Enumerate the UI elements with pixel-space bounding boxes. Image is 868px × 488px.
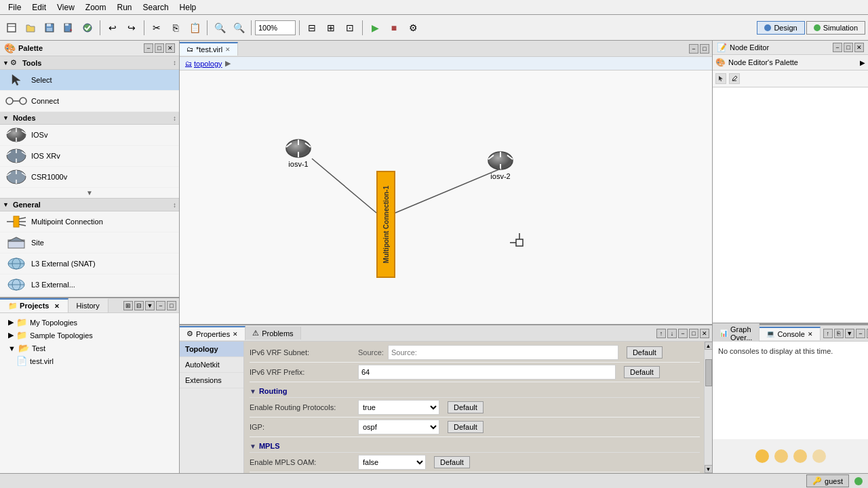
ipv6-vrf-subnet-default-btn[interactable]: Default xyxy=(627,346,663,359)
prop-scroll-up-btn[interactable]: ▲ xyxy=(705,342,713,350)
breadcrumb-topology[interactable]: 🗂 topology xyxy=(185,60,222,68)
enable-mpls-oam-select[interactable]: false true xyxy=(358,455,426,470)
palette-item-csr1000v[interactable]: CSR1000v xyxy=(0,167,179,188)
menu-view[interactable]: View xyxy=(52,1,80,14)
console-tab-close[interactable]: ✕ xyxy=(808,331,813,338)
open-btn[interactable] xyxy=(22,19,39,37)
nodes-scroll[interactable]: ▼ xyxy=(0,188,179,199)
projects-maximize-btn[interactable]: □ xyxy=(167,301,176,310)
prop-scroll-down-btn[interactable]: ▼ xyxy=(705,465,713,473)
ne-edit-icon[interactable] xyxy=(729,73,740,84)
console-up-btn[interactable]: ↑ xyxy=(823,329,833,338)
tools-section-header[interactable]: ▼ ⚙ Tools ↕ xyxy=(0,56,179,70)
saveas-btn[interactable]: + xyxy=(60,19,77,37)
align-btn[interactable]: ⊟ xyxy=(303,19,321,37)
palette-item-iosxrv[interactable]: IOS XRv xyxy=(0,146,179,167)
cut-btn[interactable]: ✂ xyxy=(148,19,165,37)
console-menu-btn[interactable]: ▼ xyxy=(845,329,854,338)
projects-tab-close[interactable]: ✕ xyxy=(54,303,60,310)
menu-search[interactable]: Search xyxy=(138,1,174,14)
node-editor-close-btn[interactable]: ✕ xyxy=(854,43,864,52)
history-tab[interactable]: History xyxy=(68,298,108,312)
ne-cursor-icon[interactable] xyxy=(715,73,726,84)
node-editor-minimize-btn[interactable]: − xyxy=(833,43,842,52)
zoomout-btn[interactable]: 🔍 xyxy=(230,19,248,37)
properties-maximize-btn[interactable]: □ xyxy=(689,329,698,338)
canvas-area[interactable]: iosv-1 Multipoint Connection-1 xyxy=(180,70,712,324)
palette-item-multipoint[interactable]: Multipoint Connection xyxy=(0,211,179,232)
editor-minimize-btn[interactable]: − xyxy=(689,44,698,54)
properties-close-btn[interactable]: ✕ xyxy=(700,329,709,338)
palette-item-site[interactable]: Site xyxy=(0,232,179,253)
validate-btn[interactable] xyxy=(79,19,96,37)
properties-scrollbar[interactable]: ▲ ▼ xyxy=(704,342,712,473)
menu-edit[interactable]: Edit xyxy=(26,1,52,14)
tree-item-test-virl[interactable]: 📄 test.virl xyxy=(3,354,176,367)
menu-file[interactable]: File xyxy=(3,1,26,14)
enable-routing-default-btn[interactable]: Default xyxy=(448,401,484,413)
copy-btn[interactable]: ⎘ xyxy=(167,19,184,37)
paste-btn[interactable]: 📋 xyxy=(186,19,203,37)
tree-item-sample-topologies[interactable]: ▶ 📁 Sample Topologies xyxy=(3,329,176,342)
properties-up-btn[interactable]: ↑ xyxy=(656,329,666,338)
sidebar-topology[interactable]: Topology xyxy=(180,342,243,357)
multipoint-connection-1[interactable]: Multipoint Connection-1 xyxy=(376,171,395,278)
enable-routing-select[interactable]: true false xyxy=(358,400,439,415)
nodes-scroll-down-icon[interactable]: ▼ xyxy=(86,189,93,197)
editor-tab-close[interactable]: ✕ xyxy=(225,46,231,53)
distribute-btn[interactable]: ⊞ xyxy=(322,19,340,37)
config-btn[interactable]: ⚙ xyxy=(404,19,422,37)
ipv6-vrf-subnet-source-input[interactable] xyxy=(388,345,618,360)
projects-expand-btn[interactable]: ⊟ xyxy=(134,301,144,310)
graph-over-tab[interactable]: 📊 Graph Over... xyxy=(713,323,760,344)
palette-item-l3-snat[interactable]: L3 External (SNAT) xyxy=(0,253,179,274)
general-section-header[interactable]: ▼ General ↕ xyxy=(0,199,179,211)
sidebar-autonetkit[interactable]: AutoNetkit xyxy=(180,357,243,373)
console-minimize-btn[interactable]: − xyxy=(856,329,865,338)
stop-btn[interactable]: ■ xyxy=(385,19,403,37)
palette-item-iosv[interactable]: IOSv xyxy=(0,125,179,146)
console-copy-btn[interactable]: ⎘ xyxy=(834,329,844,338)
menu-zoom[interactable]: Zoom xyxy=(80,1,112,14)
palette-item-l3-ext[interactable]: L3 External... xyxy=(0,274,179,296)
save-btn[interactable] xyxy=(41,19,58,37)
ipv6-vrf-prefix-default-btn[interactable]: Default xyxy=(624,366,660,378)
menu-help[interactable]: Help xyxy=(174,1,202,14)
problems-tab[interactable]: ⚠ Problems xyxy=(245,327,300,340)
properties-tab-close[interactable]: ✕ xyxy=(233,331,238,338)
properties-down-btn[interactable]: ↓ xyxy=(667,329,677,338)
zoomin-btn[interactable]: 🔍 xyxy=(211,19,229,37)
menu-run[interactable]: Run xyxy=(112,1,138,14)
igp-select[interactable]: ospf eigrp rip xyxy=(358,420,439,434)
nodes-section-header[interactable]: ▼ Nodes ↕ xyxy=(0,112,179,125)
palette-maximize-btn[interactable]: □ xyxy=(155,43,164,53)
simulation-btn[interactable]: Simulation xyxy=(806,21,865,35)
mpls-section-row[interactable]: ▼ MPLS xyxy=(250,440,700,453)
ipv6-vrf-prefix-input[interactable] xyxy=(358,365,616,380)
palette-item-select[interactable]: Select xyxy=(0,70,179,91)
redo-btn[interactable]: ↪ xyxy=(123,19,140,37)
palette-item-connect[interactable]: Connect xyxy=(0,91,179,112)
zoom-input[interactable] xyxy=(255,20,296,35)
properties-tab-properties[interactable]: ⚙ Properties ✕ xyxy=(180,326,245,340)
design-btn[interactable]: Design xyxy=(757,21,804,35)
tree-item-my-topologies[interactable]: ▶ 📁 My Topologies xyxy=(3,316,176,329)
projects-tab[interactable]: 📁 Projects ✕ xyxy=(0,298,68,312)
projects-menu-btn[interactable]: ▼ xyxy=(145,301,155,310)
node-iosv-2[interactable]: iosv-2 xyxy=(487,150,514,180)
enable-mpls-oam-default-btn[interactable]: Default xyxy=(434,456,470,468)
node-editor-maximize-btn[interactable]: □ xyxy=(844,43,853,52)
palette-minimize-btn[interactable]: − xyxy=(144,43,153,53)
editor-tab-test-virl[interactable]: 🗂 *test.virl ✕ xyxy=(180,42,238,56)
new-btn[interactable] xyxy=(3,19,20,37)
prop-scroll-thumb[interactable] xyxy=(705,359,712,386)
console-tab[interactable]: 💻 Console ✕ xyxy=(760,327,820,340)
undo-btn[interactable]: ↩ xyxy=(104,19,121,37)
properties-minimize-btn[interactable]: − xyxy=(678,329,688,338)
routing-section-row[interactable]: ▼ Routing xyxy=(250,385,700,398)
node-iosv-1[interactable]: iosv-1 xyxy=(285,138,312,168)
editor-maximize-btn[interactable]: □ xyxy=(700,44,709,54)
snap-btn[interactable]: ⊡ xyxy=(341,19,359,37)
projects-collapse-btn[interactable]: ⊞ xyxy=(123,301,133,310)
play-btn[interactable]: ▶ xyxy=(366,19,384,37)
